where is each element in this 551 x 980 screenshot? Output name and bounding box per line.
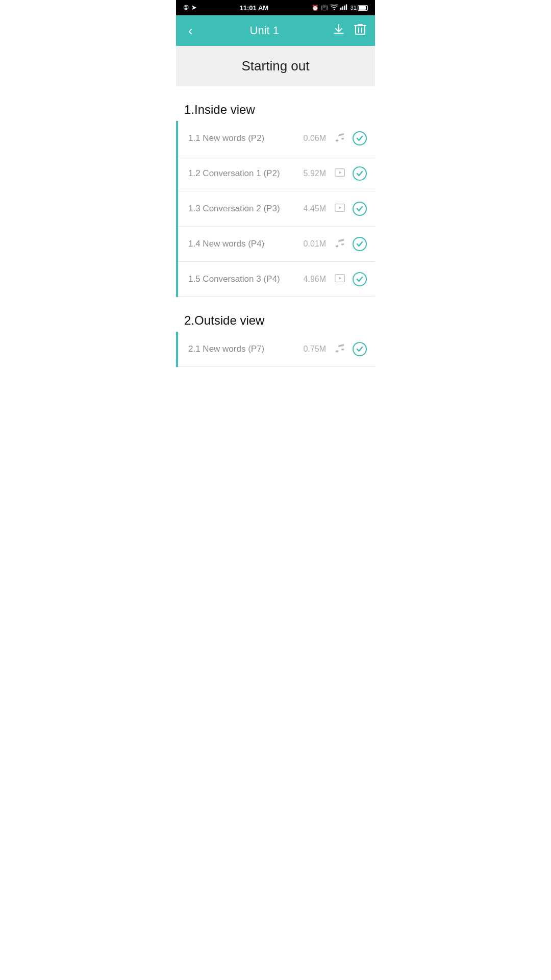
check-icon (353, 342, 367, 356)
check-icon (353, 166, 367, 181)
svg-rect-0 (340, 8, 341, 10)
item-size: 0.01M (298, 239, 326, 249)
check-icon (353, 131, 367, 145)
svg-rect-3 (346, 4, 347, 10)
item-size: 4.96M (298, 275, 326, 284)
svg-marker-12 (339, 206, 342, 209)
delete-button[interactable] (354, 22, 367, 39)
svg-rect-5 (356, 26, 365, 34)
check-icon (353, 237, 367, 251)
list-item[interactable]: 1.2 Conversation 1 (P2) 5.92M (178, 156, 375, 191)
signal-icon (340, 4, 348, 11)
audio-icon (333, 342, 346, 356)
item-title: 1.2 Conversation 1 (P2) (188, 168, 298, 179)
item-size: 0.75M (298, 345, 326, 354)
alarm-icon: ⏰ (312, 5, 319, 11)
content: 1.Inside view 1.1 New words (P2) 0.06M 1… (176, 86, 375, 367)
list-item[interactable]: 1.5 Conversation 3 (P4) 4.96M (178, 262, 375, 297)
item-title: 1.4 New words (P4) (188, 239, 298, 249)
status-right: ⏰ 📳 31 (312, 4, 368, 11)
item-title: 2.1 New words (P7) (188, 344, 298, 354)
video-icon (333, 273, 346, 286)
list-item[interactable]: 1.3 Conversation 2 (P3) 4.45M (178, 191, 375, 227)
svg-marker-10 (339, 171, 342, 174)
location-icon: ➤ (191, 4, 196, 11)
svg-rect-2 (344, 6, 345, 10)
section-2-header: 2.Outside view (176, 309, 375, 332)
battery-display: 31 (350, 5, 368, 11)
section-1-header: 1.Inside view (176, 99, 375, 121)
list-item[interactable]: 1.1 New words (P2) 0.06M (178, 121, 375, 156)
item-title: 1.1 New words (P2) (188, 133, 298, 143)
check-icon (353, 202, 367, 216)
audio-icon (333, 132, 346, 145)
download-button[interactable] (332, 22, 345, 39)
item-size: 5.92M (298, 169, 326, 178)
svg-marker-14 (339, 277, 342, 280)
header-actions (332, 22, 367, 39)
audio-icon (333, 237, 346, 251)
section-2-items: 2.1 New words (P7) 0.75M (176, 332, 375, 367)
list-item[interactable]: 2.1 New words (P7) 0.75M (178, 332, 375, 367)
status-time: 11:01 AM (240, 4, 269, 12)
page-title: Unit 1 (250, 24, 279, 37)
check-icon (353, 272, 367, 286)
subtitle-section: Starting out (176, 46, 375, 86)
item-title: 1.5 Conversation 3 (P4) (188, 274, 298, 284)
item-size: 4.45M (298, 204, 326, 213)
status-left: ① ➤ (183, 4, 196, 11)
video-icon (333, 167, 346, 181)
item-size: 0.06M (298, 134, 326, 143)
item-title: 1.3 Conversation 2 (P3) (188, 204, 298, 214)
section-1-items: 1.1 New words (P2) 0.06M 1.2 Conversatio… (176, 121, 375, 297)
video-icon (333, 202, 346, 216)
status-bar: ① ➤ 11:01 AM ⏰ 📳 31 (176, 0, 375, 15)
list-item[interactable]: 1.4 New words (P4) 0.01M (178, 227, 375, 262)
subtitle-text: Starting out (242, 58, 310, 74)
back-button[interactable]: ‹ (184, 19, 197, 43)
wifi-icon (330, 4, 338, 11)
notification-icon: ① (183, 4, 189, 11)
header: ‹ Unit 1 (176, 15, 375, 46)
vibrate-icon: 📳 (321, 5, 328, 11)
svg-rect-1 (342, 6, 343, 10)
